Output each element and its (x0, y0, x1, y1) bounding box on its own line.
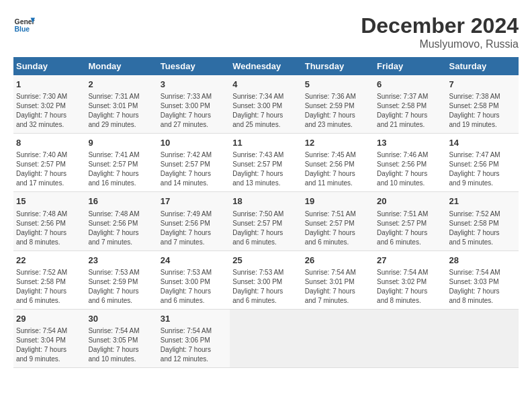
page-header: General Blue December 2024 Muslyumovo, R… (13, 13, 519, 50)
day-info-line: and 27 minutes. (161, 120, 227, 130)
svg-text:Blue: Blue (15, 26, 30, 33)
day-info-line: Sunrise: 7:49 AM (161, 210, 227, 219)
day-info-line: Sunset: 2:58 PM (449, 101, 516, 111)
calendar-header-row: SundayMondayTuesdayWednesdayThursdayFrid… (13, 57, 519, 75)
calendar-week-row: 1Sunrise: 7:30 AMSunset: 3:02 PMDaylight… (13, 75, 519, 134)
day-info-line: Daylight: 7 hours (88, 345, 154, 355)
calendar-week-row: 15Sunrise: 7:48 AMSunset: 2:56 PMDayligh… (13, 192, 519, 250)
calendar-cell: 1Sunrise: 7:30 AMSunset: 3:02 PMDaylight… (13, 75, 85, 134)
day-info-line: Sunrise: 7:46 AM (377, 150, 443, 160)
logo: General Blue (13, 13, 35, 35)
calendar-cell: 6Sunrise: 7:37 AMSunset: 2:58 PMDaylight… (374, 75, 446, 134)
day-info-line: and 6 minutes. (88, 296, 154, 306)
day-number: 7 (449, 79, 516, 91)
day-info-line: Sunset: 2:57 PM (88, 160, 154, 169)
day-info-line: Daylight: 7 hours (377, 111, 443, 120)
day-info-line: Sunset: 3:04 PM (16, 336, 83, 345)
day-info-line: Daylight: 7 hours (305, 169, 371, 179)
day-info-line: Sunrise: 7:48 AM (16, 210, 83, 219)
day-info-line: Daylight: 7 hours (88, 111, 154, 120)
day-number: 8 (16, 137, 83, 149)
calendar-cell: 5Sunrise: 7:36 AMSunset: 2:59 PMDaylight… (302, 75, 374, 134)
day-info-line: Sunset: 2:58 PM (449, 219, 516, 228)
day-info-line: Daylight: 7 hours (232, 111, 299, 120)
calendar-cell (447, 309, 519, 367)
calendar-cell: 17Sunrise: 7:49 AMSunset: 2:56 PMDayligh… (158, 192, 230, 250)
day-info-line: and 12 minutes. (161, 355, 227, 364)
day-info-line: Sunrise: 7:54 AM (305, 268, 371, 277)
day-info-line: Sunrise: 7:51 AM (377, 210, 443, 219)
day-info-line: Sunrise: 7:54 AM (449, 268, 516, 277)
day-info-line: Daylight: 7 hours (16, 169, 83, 179)
day-info-line: and 5 minutes. (449, 238, 516, 247)
day-info-line: Sunset: 3:00 PM (161, 277, 227, 287)
day-info-line: and 8 minutes. (449, 296, 516, 306)
day-info-line: Sunrise: 7:54 AM (161, 326, 227, 336)
day-info-line: and 9 minutes. (16, 355, 83, 364)
calendar-week-row: 29Sunrise: 7:54 AMSunset: 3:04 PMDayligh… (13, 309, 519, 367)
day-info-line: Daylight: 7 hours (449, 111, 516, 120)
day-info-line: Sunset: 3:06 PM (161, 336, 227, 345)
day-info-line: Sunset: 3:00 PM (161, 101, 227, 111)
day-info-line: and 29 minutes. (88, 120, 154, 130)
weekday-header-monday: Monday (85, 57, 157, 75)
day-info-line: Sunrise: 7:52 AM (449, 210, 516, 219)
day-info-line: Sunrise: 7:53 AM (161, 268, 227, 277)
calendar-cell: 30Sunrise: 7:54 AMSunset: 3:05 PMDayligh… (85, 309, 157, 367)
day-info-line: Daylight: 7 hours (377, 169, 443, 179)
day-number: 5 (305, 79, 371, 91)
day-info-line: Daylight: 7 hours (232, 169, 299, 179)
day-info-line: Sunrise: 7:54 AM (88, 326, 154, 336)
main-title: December 2024 (361, 13, 519, 38)
day-info-line: Daylight: 7 hours (88, 287, 154, 296)
weekday-header-tuesday: Tuesday (158, 57, 230, 75)
calendar-cell (302, 309, 374, 367)
calendar-cell: 24Sunrise: 7:53 AMSunset: 3:00 PMDayligh… (158, 250, 230, 309)
day-info-line: and 9 minutes. (449, 179, 516, 188)
day-info-line: Sunrise: 7:33 AM (161, 92, 227, 101)
day-info-line: Sunset: 3:01 PM (88, 101, 154, 111)
day-info-line: Sunset: 2:58 PM (16, 277, 83, 287)
title-block: December 2024 Muslyumovo, Russia (361, 13, 519, 50)
calendar-cell: 25Sunrise: 7:53 AMSunset: 3:00 PMDayligh… (230, 250, 302, 309)
calendar-cell: 3Sunrise: 7:33 AMSunset: 3:00 PMDaylight… (158, 75, 230, 134)
calendar-week-row: 22Sunrise: 7:52 AMSunset: 2:58 PMDayligh… (13, 250, 519, 309)
day-info-line: Sunset: 2:57 PM (16, 160, 83, 169)
day-info-line: Sunset: 3:05 PM (88, 336, 154, 345)
calendar-cell: 2Sunrise: 7:31 AMSunset: 3:01 PMDaylight… (85, 75, 157, 134)
day-number: 22 (16, 255, 83, 267)
day-info-line: and 11 minutes. (305, 179, 371, 188)
day-number: 18 (232, 195, 299, 208)
calendar-week-row: 8Sunrise: 7:40 AMSunset: 2:57 PMDaylight… (13, 134, 519, 192)
day-info-line: and 8 minutes. (16, 238, 83, 247)
day-info-line: Sunset: 3:03 PM (449, 277, 516, 287)
day-info-line: Sunrise: 7:52 AM (16, 268, 83, 277)
day-info-line: Daylight: 7 hours (161, 287, 227, 296)
calendar-cell: 15Sunrise: 7:48 AMSunset: 2:56 PMDayligh… (13, 192, 85, 250)
day-info-line: Sunrise: 7:48 AM (88, 210, 154, 219)
day-info-line: and 17 minutes. (16, 179, 83, 188)
day-number: 16 (88, 195, 154, 208)
day-info-line: Daylight: 7 hours (449, 287, 516, 296)
day-info-line: Daylight: 7 hours (16, 287, 83, 296)
day-info-line: Sunrise: 7:43 AM (232, 150, 299, 160)
day-info-line: Sunset: 2:57 PM (161, 160, 227, 169)
day-info-line: Sunset: 2:56 PM (161, 219, 227, 228)
calendar-cell: 9Sunrise: 7:41 AMSunset: 2:57 PMDaylight… (85, 134, 157, 192)
day-number: 2 (88, 79, 154, 91)
day-info-line: Sunset: 2:57 PM (232, 219, 299, 228)
day-info-line: Sunrise: 7:37 AM (377, 92, 443, 101)
day-info-line: and 6 minutes. (232, 296, 299, 306)
calendar-cell: 8Sunrise: 7:40 AMSunset: 2:57 PMDaylight… (13, 134, 85, 192)
day-info-line: Sunset: 2:58 PM (377, 101, 443, 111)
day-info-line: and 16 minutes. (88, 179, 154, 188)
day-info-line: Daylight: 7 hours (161, 345, 227, 355)
day-number: 6 (377, 79, 443, 91)
calendar-cell: 12Sunrise: 7:45 AMSunset: 2:56 PMDayligh… (302, 134, 374, 192)
day-number: 1 (16, 79, 83, 91)
day-number: 21 (449, 195, 516, 208)
day-info-line: Sunrise: 7:50 AM (232, 210, 299, 219)
day-info-line: and 23 minutes. (305, 120, 371, 130)
day-number: 12 (305, 137, 371, 149)
day-info-line: and 7 minutes. (161, 238, 227, 247)
